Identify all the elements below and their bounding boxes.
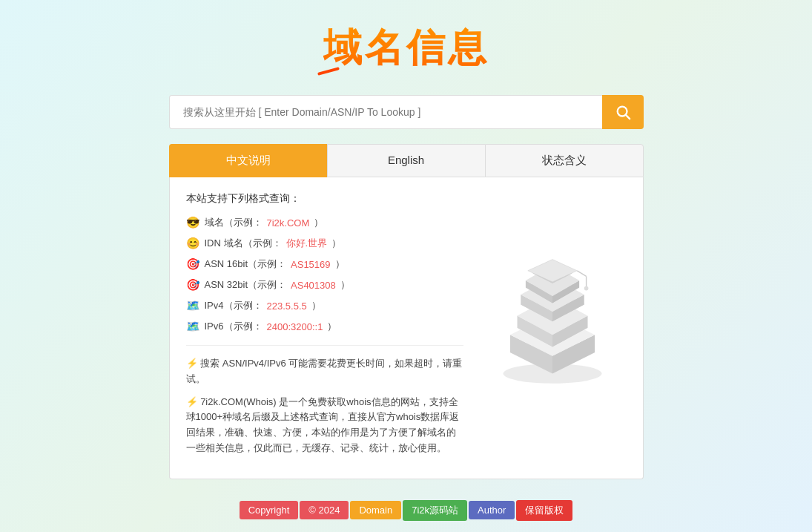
reserved-badge: 保留版权 (516, 500, 572, 521)
tabs-area: 中文说明 English 状态含义 (169, 144, 644, 177)
copyright-badge: Copyright (240, 501, 299, 519)
domain-label-badge: Domain (350, 501, 401, 519)
content-box: 本站支持下列格式查询： 😎 域名（示例：7i2k.COM） 😊 IDN 域名（示… (169, 177, 644, 479)
logo-area: 域名信息 (323, 22, 489, 74)
tip-item-2: ⚡ 7i2k.COM(Whois) 是一个免费获取whois信息的网站，支持全球… (186, 395, 463, 456)
tip-emoji-2: ⚡ (186, 396, 201, 407)
footer: Copyright © 2024 Domain 7i2k源码站 Author 保… (240, 500, 573, 521)
tip-item-1: ⚡ 搜索 ASN/IPv4/IPv6 可能需要花费更长时间，如果超时，请重试。 (186, 356, 463, 387)
tip-emoji-1: ⚡ (186, 358, 201, 369)
page-wrapper: 域名信息 中文说明 English 状态含义 本站支持下列格式查询： 😎 域名（… (0, 0, 812, 532)
example-link-asn32[interactable]: AS401308 (291, 280, 336, 291)
year-badge: © 2024 (300, 501, 349, 519)
tip-box: ⚡ 搜索 ASN/IPv4/IPv6 可能需要花费更长时间，如果超时，请重试。 … (186, 345, 463, 456)
example-link-idn[interactable]: 你好.世界 (286, 237, 328, 250)
emoji-icon-1: 😎 (186, 216, 200, 229)
example-link-ipv4[interactable]: 223.5.5.5 (267, 301, 307, 312)
search-input[interactable] (169, 95, 602, 129)
list-item: 😎 域名（示例：7i2k.COM） (186, 216, 463, 229)
svg-line-21 (577, 271, 586, 277)
svg-line-1 (626, 115, 630, 119)
emoji-icon-5: 🗺️ (186, 299, 200, 312)
illustration (478, 185, 627, 464)
search-button[interactable] (602, 95, 644, 129)
emoji-icon-6: 🗺️ (186, 320, 200, 333)
tab-chinese[interactable]: 中文说明 (169, 144, 327, 177)
emoji-icon-2: 😊 (186, 237, 200, 250)
list-item: 🎯 ASN 16bit（示例：AS15169） (186, 257, 463, 271)
list-item: 🗺️ IPv6（示例：2400:3200::1） (186, 320, 463, 333)
domain-value-badge[interactable]: 7i2k源码站 (403, 500, 467, 521)
svg-point-23 (584, 286, 588, 291)
content-left: 本站支持下列格式查询： 😎 域名（示例：7i2k.COM） 😊 IDN 域名（示… (186, 192, 463, 464)
list-item: 🗺️ IPv4（示例：223.5.5.5） (186, 299, 463, 312)
list-item: 😊 IDN 域名（示例：你好.世界） (186, 237, 463, 250)
tab-status[interactable]: 状态含义 (485, 144, 644, 177)
example-link-ipv6[interactable]: 2400:3200::1 (267, 321, 323, 332)
emoji-icon-4: 🎯 (186, 278, 200, 292)
search-area (169, 95, 644, 129)
content-title: 本站支持下列格式查询： (186, 192, 463, 206)
isometric-books-icon (482, 254, 623, 395)
emoji-icon-3: 🎯 (186, 257, 200, 271)
search-icon (615, 104, 631, 120)
example-link-asn16[interactable]: AS15169 (291, 259, 331, 270)
list-item: 🎯 ASN 32bit（示例：AS401308） (186, 278, 463, 292)
site-logo[interactable]: 域名信息 (323, 22, 489, 74)
tab-english[interactable]: English (327, 144, 485, 177)
author-label-badge: Author (469, 501, 515, 519)
example-link-domain[interactable]: 7i2k.COM (267, 217, 310, 229)
